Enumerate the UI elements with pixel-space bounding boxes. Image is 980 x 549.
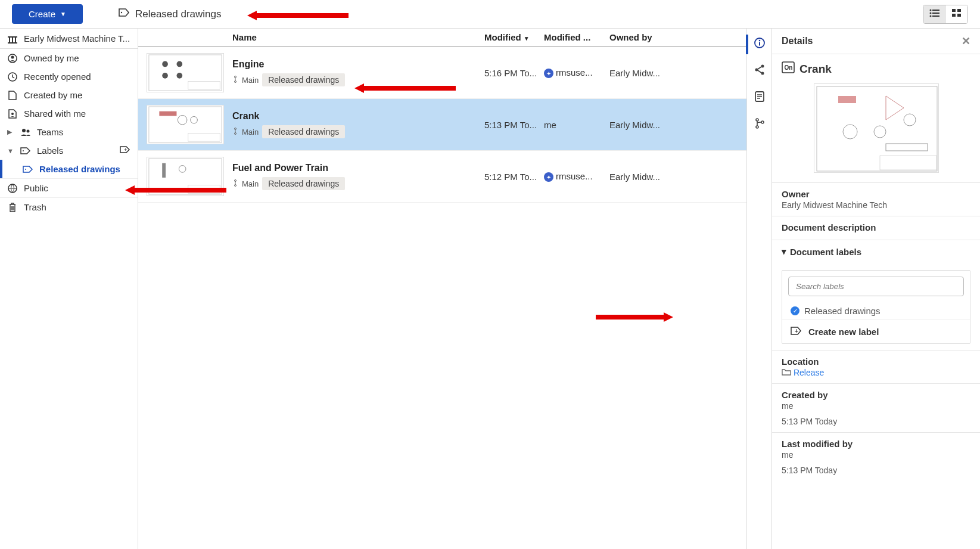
- info-tab-button[interactable]: [754, 37, 766, 52]
- svg-point-33: [235, 80, 237, 82]
- search-labels-input[interactable]: [788, 277, 964, 296]
- sidebar-team-root-label: Early Midwest Machine T...: [24, 33, 130, 44]
- breadcrumb-label: Released drawings: [135, 8, 222, 20]
- svg-rect-12: [9, 38, 10, 42]
- last-modified-label: Last modified by: [782, 439, 970, 449]
- document-thumbnail: [147, 105, 224, 144]
- svg-marker-67: [247, 11, 349, 20]
- branch-name: Main: [242, 128, 259, 137]
- svg-rect-42: [162, 163, 166, 178]
- label-option-text: Released drawings: [804, 306, 881, 316]
- sidebar-owned-by-me[interactable]: Owned by me: [0, 49, 138, 67]
- svg-rect-11: [8, 36, 17, 38]
- caret-down-icon: ▼: [60, 11, 66, 17]
- description-tab-button[interactable]: [754, 91, 765, 106]
- svg-point-55: [756, 126, 758, 128]
- sidebar-created-by-me[interactable]: Created by me: [0, 86, 138, 104]
- svg-point-21: [27, 129, 30, 132]
- branch-icon: [232, 128, 238, 137]
- svg-marker-70: [596, 312, 673, 322]
- owned-by: Early Midw...: [603, 68, 746, 78]
- modified-by: ✦rmsuse...: [544, 171, 603, 182]
- document-icon: [7, 91, 18, 100]
- svg-rect-65: [880, 156, 937, 170]
- svg-rect-9: [952, 14, 956, 17]
- labels-collapsible-header[interactable]: ▾ Document labels: [782, 246, 970, 257]
- svg-point-43: [179, 166, 186, 173]
- svg-rect-14: [15, 38, 16, 42]
- add-label-icon: +: [791, 326, 802, 337]
- breadcrumb: Released drawings: [119, 8, 222, 20]
- label-chip[interactable]: Released drawings: [262, 73, 345, 86]
- table-row[interactable]: Fuel and Power Train Main Released drawi…: [138, 151, 746, 203]
- modified-by: ✦rmsuse...: [544, 67, 603, 79]
- sidebar-labels[interactable]: ▼ Labels +: [0, 141, 138, 160]
- svg-rect-6: [932, 15, 939, 17]
- sidebar-teams[interactable]: ▶ Teams: [0, 123, 138, 141]
- svg-point-61: [843, 125, 857, 139]
- annotation-arrow: [125, 184, 226, 196]
- created-time: 5:13 PM Today: [782, 417, 970, 426]
- last-modified-value: me: [782, 450, 970, 460]
- column-name[interactable]: Name: [232, 32, 484, 42]
- svg-marker-68: [125, 185, 226, 195]
- column-modified-by[interactable]: Modified ...: [544, 32, 603, 42]
- sidebar-trash[interactable]: Trash: [0, 198, 138, 216]
- details-title: Details: [782, 36, 813, 46]
- svg-rect-59: [817, 86, 937, 171]
- create-button[interactable]: Create ▼: [12, 4, 83, 24]
- list-view-button[interactable]: [923, 5, 946, 23]
- details-rail: [746, 29, 771, 549]
- document-name: Engine: [232, 59, 484, 70]
- modified-time: 5:16 PM To...: [484, 68, 544, 78]
- sidebar-item-label: Labels: [37, 145, 63, 156]
- sidebar-public[interactable]: Public: [0, 179, 138, 197]
- sidebar-item-label: Recently opened: [24, 72, 91, 82]
- label-chip[interactable]: Released drawings: [262, 177, 345, 190]
- table-row[interactable]: Crank Main Released drawings 5:13 PM To.…: [138, 99, 746, 151]
- svg-text:On: On: [785, 64, 793, 71]
- create-new-label-button[interactable]: + Create new label: [782, 320, 970, 343]
- label-chip[interactable]: Released drawings: [262, 125, 345, 138]
- svg-text:+: +: [795, 328, 798, 334]
- company-icon: [7, 34, 18, 44]
- folder-icon: [782, 368, 791, 377]
- svg-point-62: [874, 126, 886, 138]
- description-label: Document description: [782, 222, 970, 232]
- onshape-doc-icon: On: [782, 61, 795, 76]
- document-list: Name Modified▼ Modified ... Owned by Eng…: [138, 29, 746, 549]
- globe-icon: [7, 184, 18, 193]
- document-title: Crank: [799, 63, 832, 76]
- modified-time: 5:13 PM To...: [484, 120, 544, 130]
- branch-icon: [232, 76, 238, 85]
- share-tab-button[interactable]: [754, 64, 766, 79]
- labels-box: ✓ Released drawings + Create new label: [782, 270, 970, 344]
- column-modified[interactable]: Modified▼: [484, 32, 544, 42]
- grid-view-button[interactable]: [946, 5, 967, 23]
- sidebar-label-released-drawings[interactable]: Released drawings: [0, 160, 138, 178]
- label-option-row[interactable]: ✓ Released drawings: [782, 302, 970, 320]
- owner-label: Owner: [782, 189, 970, 199]
- chevron-down-icon: ▼: [7, 147, 14, 154]
- sidebar-item-label: Released drawings: [39, 164, 120, 174]
- column-owned-by[interactable]: Owned by: [603, 32, 746, 42]
- versions-tab-button[interactable]: [754, 117, 765, 132]
- location-link[interactable]: Release: [794, 368, 824, 377]
- sidebar-shared-with-me[interactable]: Shared with me: [0, 104, 138, 123]
- close-icon[interactable]: ✕: [962, 35, 970, 48]
- svg-point-0: [121, 12, 122, 13]
- branch-icon: [232, 179, 238, 188]
- svg-rect-13: [12, 38, 13, 42]
- chevron-down-icon: ▾: [782, 246, 786, 257]
- add-label-icon[interactable]: +: [120, 145, 130, 156]
- owner-value: Early Midwest Machine Tech: [782, 200, 970, 210]
- svg-rect-15: [8, 42, 17, 44]
- svg-rect-64: [886, 144, 928, 151]
- checked-icon: ✓: [791, 306, 799, 315]
- svg-point-48: [758, 40, 760, 42]
- owned-by: Early Midw...: [603, 172, 746, 182]
- sidebar: Early Midwest Machine T... Owned by me R…: [0, 29, 138, 549]
- sidebar-team-root[interactable]: Early Midwest Machine T...: [0, 29, 138, 49]
- svg-point-29: [162, 73, 168, 79]
- sidebar-recently-opened[interactable]: Recently opened: [0, 67, 138, 86]
